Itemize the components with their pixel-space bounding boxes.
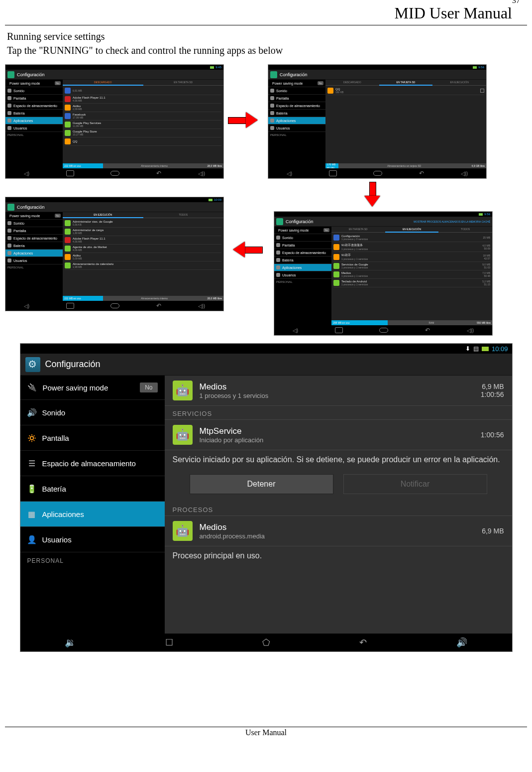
vol-down-icon[interactable]: ◁) bbox=[24, 171, 29, 176]
sidebar-item-sonido[interactable]: 🔊Sonido bbox=[20, 400, 165, 425]
vol-up-button[interactable]: 🔊 bbox=[456, 637, 467, 648]
recent-button[interactable]: ☐ bbox=[165, 637, 173, 648]
back-button[interactable]: ↶ bbox=[156, 302, 161, 309]
sidebar-item-pantalla[interactable]: Pantalla bbox=[274, 242, 331, 249]
tab-all[interactable]: TODOS bbox=[438, 227, 492, 233]
list-item[interactable]: Servicios de Google1 procesos y 1 servic… bbox=[333, 262, 490, 270]
home-button[interactable]: ⬠ bbox=[262, 637, 270, 648]
list-item[interactable]: Administrador ctas. de Google5,56 KB bbox=[65, 219, 221, 228]
service-row[interactable]: 🤖 MtpService Iniciado por aplicación 1:0… bbox=[165, 420, 512, 450]
app-list[interactable]: QQ192 KB bbox=[325, 86, 486, 96]
tab-downloaded[interactable]: DESCARGADO bbox=[325, 80, 379, 86]
list-item[interactable]: Teclado de Android1 procesos y 1 servici… bbox=[333, 279, 490, 287]
list-item[interactable]: Adobe Flash Player 11.14,56 MB bbox=[65, 95, 221, 104]
psm-toggle[interactable]: No bbox=[140, 383, 157, 392]
sidebar-item-users[interactable]: Usuarios bbox=[5, 125, 63, 132]
app-list[interactable]: 6,91 MB Adobe Flash Player 11.14,56 MB A… bbox=[63, 86, 223, 147]
sidebar-item-apps[interactable]: ▦Aplicaciones bbox=[20, 502, 165, 527]
tab-running[interactable]: EN EJECUCIÓN bbox=[432, 80, 486, 86]
sidebar-item-users[interactable]: Usuarios bbox=[5, 257, 63, 264]
vol-down-icon[interactable]: ◁) bbox=[24, 303, 29, 309]
tab-running[interactable]: EN EJECUCIÓN bbox=[63, 212, 143, 218]
recent-button[interactable] bbox=[335, 327, 343, 333]
list-item[interactable]: QQ192 KB bbox=[327, 87, 484, 95]
tab-sdcard[interactable]: EN TARJETA SD bbox=[379, 80, 433, 86]
back-button[interactable]: ↶ bbox=[359, 637, 367, 648]
back-button[interactable]: ↶ bbox=[156, 170, 161, 177]
sidebar-item-battery[interactable]: Batería bbox=[268, 110, 325, 117]
sidebar-item-power-saving[interactable]: 🔌Power saving mode No bbox=[20, 376, 165, 400]
list-item[interactable]: Google Play Services11,89 MB bbox=[65, 121, 221, 129]
psm-toggle[interactable]: No bbox=[55, 81, 61, 85]
sidebar-item-sonido[interactable]: Sonido bbox=[5, 220, 63, 227]
sidebar-item-power-saving[interactable]: Power saving modeNo bbox=[5, 80, 63, 87]
tab-sdcard[interactable]: EN TARJETA SD bbox=[331, 227, 385, 233]
sidebar-item-storage[interactable]: Espacio de almacenamiento bbox=[268, 102, 325, 110]
app-list[interactable]: Administrador ctas. de Google5,56 KB Adm… bbox=[63, 218, 223, 271]
sidebar-item-apps[interactable]: Aplicaciones bbox=[268, 117, 325, 125]
vol-up-icon[interactable]: ◁)) bbox=[467, 328, 474, 333]
tab-running[interactable]: EN EJECUCIÓN bbox=[385, 227, 439, 233]
sidebar-item-battery[interactable]: Batería bbox=[274, 257, 331, 264]
sidebar-item-power-saving[interactable]: Power saving modeNo bbox=[5, 212, 63, 220]
list-item[interactable]: Aldiko5,09 MB bbox=[65, 253, 221, 261]
sidebar-item-storage[interactable]: ☰Espacio de almacenamiento bbox=[20, 451, 165, 476]
vol-up-icon[interactable]: ◁)) bbox=[198, 303, 206, 309]
psm-toggle[interactable]: No bbox=[318, 81, 323, 85]
sidebar-item-pantalla[interactable]: 🔅Pantalla bbox=[20, 425, 165, 451]
list-item[interactable]: 91助手连接服务1 procesos y 1 servicios4,0 MB50… bbox=[333, 242, 490, 252]
recent-button[interactable] bbox=[66, 303, 74, 309]
sidebar-item-sonido[interactable]: Sonido bbox=[274, 234, 331, 242]
tab-sdcard[interactable]: EN TARJETA SD bbox=[143, 80, 224, 86]
list-item[interactable]: Almacenamiento de calendario1,98 MB bbox=[65, 261, 221, 270]
process-row[interactable]: 🤖 Medios android.process.media 6,9 MB bbox=[165, 516, 512, 546]
sidebar-item-storage[interactable]: Espacio de almacenamiento bbox=[274, 249, 331, 257]
home-button[interactable] bbox=[110, 171, 119, 176]
vol-up-icon[interactable]: ◁)) bbox=[461, 171, 468, 176]
home-button[interactable] bbox=[373, 171, 382, 176]
recent-button[interactable] bbox=[329, 170, 337, 176]
sidebar-item-battery[interactable]: Batería bbox=[5, 242, 63, 250]
sidebar-item-pantalla[interactable]: Pantalla bbox=[5, 227, 63, 235]
list-item[interactable]: Facebook17,99 MB bbox=[65, 112, 221, 121]
list-item[interactable]: Administrador de carga1,80 MB bbox=[65, 228, 221, 236]
app-list[interactable]: Configuración1 procesos y 0 servicios25 … bbox=[331, 233, 492, 288]
list-item[interactable]: QQ bbox=[65, 137, 221, 146]
list-item[interactable]: 91助手1 procesos y 1 servicios18 MB42:57 bbox=[333, 252, 490, 262]
sidebar-item-power-saving[interactable]: Power saving modeNo bbox=[274, 227, 331, 234]
home-button[interactable] bbox=[379, 328, 388, 333]
vol-down-icon[interactable]: ◁) bbox=[287, 171, 292, 176]
list-item[interactable]: Aldiko2,09 MB bbox=[65, 104, 221, 112]
vol-down-button[interactable]: 🔉 bbox=[65, 637, 76, 648]
stop-button[interactable]: Detener bbox=[190, 474, 333, 494]
sidebar-item-users[interactable]: Usuarios bbox=[268, 125, 325, 132]
cache-link[interactable]: MOSTRAR PROCESOS ALMACENADOS EN LA MEMOR… bbox=[414, 220, 492, 223]
psm-toggle[interactable]: No bbox=[55, 214, 61, 218]
psm-toggle[interactable]: No bbox=[323, 228, 329, 232]
vol-down-icon[interactable]: ◁) bbox=[293, 328, 298, 333]
sidebar-item-apps[interactable]: Aplicaciones bbox=[5, 250, 63, 257]
back-button[interactable]: ↶ bbox=[419, 170, 424, 177]
sidebar-item-pantalla[interactable]: Pantalla bbox=[5, 95, 63, 102]
sidebar-item-users[interactable]: 👤Usuarios bbox=[20, 527, 165, 552]
sidebar-item-power-saving[interactable]: Power saving modeNo bbox=[268, 80, 325, 87]
list-item[interactable]: 6,91 MB bbox=[65, 87, 221, 95]
sidebar-item-apps[interactable]: Aplicaciones bbox=[5, 117, 63, 125]
list-item[interactable]: Agente de obs. de Market4,06 MB bbox=[65, 245, 221, 253]
tab-downloaded[interactable]: DESCARGADO bbox=[63, 80, 143, 86]
back-button[interactable]: ↶ bbox=[425, 327, 430, 334]
sidebar-item-users[interactable]: Usuarios bbox=[274, 271, 331, 279]
list-item[interactable]: Google Play Store10,27 MB bbox=[65, 129, 221, 137]
sidebar-item-battery[interactable]: Batería bbox=[5, 110, 63, 117]
sidebar-item-storage[interactable]: Espacio de almacenamiento bbox=[5, 235, 63, 242]
sidebar-item-sonido[interactable]: Sonido bbox=[5, 87, 63, 95]
vol-up-icon[interactable]: ◁)) bbox=[198, 171, 206, 176]
sidebar-item-apps[interactable]: Aplicaciones bbox=[274, 264, 331, 271]
recent-button[interactable] bbox=[66, 170, 74, 176]
tab-all[interactable]: TODOS bbox=[143, 212, 224, 218]
list-item[interactable]: Medios1 procesos y 1 servicios7,0 MB50:4… bbox=[333, 270, 490, 279]
sidebar-item-pantalla[interactable]: Pantalla bbox=[268, 95, 325, 102]
list-item[interactable]: Adobe Flash Player 11.14,56 MB bbox=[65, 236, 221, 245]
sidebar-item-battery[interactable]: 🔋Batería bbox=[20, 476, 165, 502]
sidebar-item-storage[interactable]: Espacio de almacenamiento bbox=[5, 102, 63, 110]
